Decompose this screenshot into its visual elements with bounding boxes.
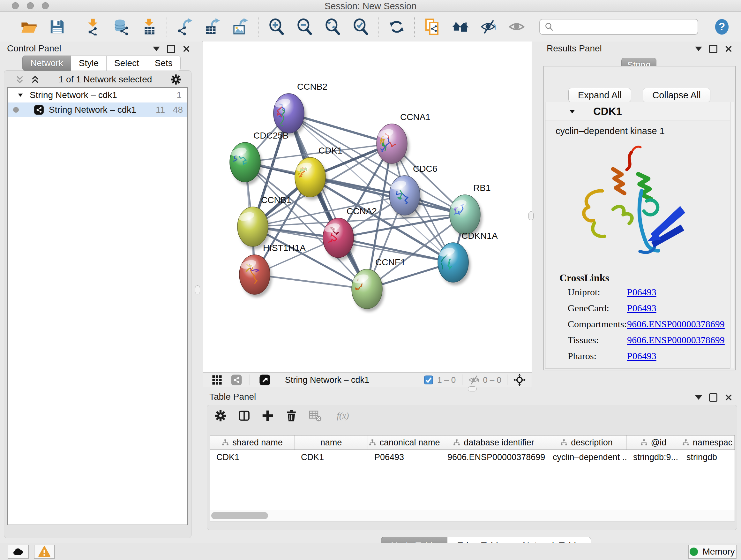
results-scrollbar[interactable]	[730, 102, 734, 368]
table-options-gear-icon[interactable]	[214, 409, 227, 422]
crosslink-link[interactable]: P06493	[627, 351, 657, 361]
zoom-fit-button[interactable]	[324, 17, 342, 36]
crosslink-link[interactable]: 9606.ENSP00000378699	[627, 334, 725, 346]
column-header-databaseidentifier[interactable]: database identifier	[441, 435, 546, 449]
column-header-sharedname[interactable]: shared name	[210, 435, 294, 449]
import-table-button[interactable]	[140, 17, 158, 36]
collection-expander-icon[interactable]	[16, 91, 24, 99]
results-panel-collapse-icon[interactable]	[695, 47, 702, 51]
refresh-network-button[interactable]	[387, 17, 406, 36]
zoom-out-button[interactable]	[295, 17, 314, 36]
export-image-button[interactable]	[232, 17, 250, 36]
cell-databaseidentifier: 9606.ENSP00000378699	[441, 452, 546, 462]
control-panel-close-icon[interactable]	[182, 45, 191, 53]
search-input[interactable]	[557, 20, 697, 34]
scrollbar-thumb[interactable]	[211, 512, 268, 519]
node-label-HIST1H1A: HIST1H1A	[263, 243, 306, 253]
table-row[interactable]: CDK1CDK1P064939606.ENSP00000378699cyclin…	[210, 450, 735, 464]
export-table-icon	[204, 18, 221, 36]
birds-eye-grid-icon[interactable]	[211, 374, 223, 386]
import-network-button[interactable]	[84, 17, 102, 36]
column-header-namespac[interactable]: namespac	[680, 435, 735, 449]
network-options-gear-icon[interactable]	[170, 74, 182, 85]
zoom-selected-button[interactable]	[352, 17, 370, 36]
network-node-CCNA2[interactable]: CCNA2	[323, 206, 377, 260]
node-description: cyclin–dependent kinase 1	[556, 126, 665, 136]
crosshair-icon[interactable]	[513, 374, 526, 386]
crosslink-link[interactable]: P06493	[627, 287, 657, 298]
export-image-icon	[232, 18, 250, 36]
network-node-CCNA1[interactable]: CCNA1	[377, 112, 430, 166]
cloud-status-button[interactable]	[8, 545, 29, 559]
table-panel-collapse-icon[interactable]	[695, 395, 702, 400]
duplicate-network-button[interactable]	[423, 17, 442, 36]
network-node-CCNB2[interactable]: CCNB2	[273, 82, 327, 136]
export-network-button[interactable]	[176, 17, 194, 36]
hide-selected-button[interactable]	[479, 17, 498, 36]
node-label-RB1: RB1	[473, 183, 490, 193]
collapse-all-button[interactable]: Collapse All	[643, 88, 711, 103]
create-column-plus-icon[interactable]	[261, 409, 274, 422]
save-session-button[interactable]	[48, 17, 66, 36]
show-all-button[interactable]	[508, 17, 526, 36]
warnings-button[interactable]	[34, 545, 55, 559]
toolbar-group-3	[259, 17, 379, 36]
tab-select[interactable]: Select	[107, 56, 147, 71]
network-node-CCNB1[interactable]: CCNB1	[238, 195, 291, 249]
string-home-button[interactable]	[451, 17, 470, 36]
expand-all-button[interactable]: Expand All	[568, 88, 631, 103]
zoom-in-button[interactable]	[267, 17, 286, 36]
column-header-name[interactable]: name	[294, 435, 368, 449]
collapse-all-networks-icon[interactable]	[30, 74, 41, 85]
node-details-header[interactable]: CDK1	[545, 102, 731, 120]
crosslink-label: Compartments:	[568, 319, 627, 329]
network-node-HIST1H1A[interactable]: HIST1H1A	[239, 243, 306, 297]
node-table[interactable]: shared namenamecanonical namedatabase id…	[210, 435, 735, 521]
network-canvas[interactable]: CCNB2CCNA1CDC25BCDK1CDC6RB1CCNB1CCNA2CDK…	[203, 42, 532, 372]
selected-checkbox-icon[interactable]	[424, 375, 433, 385]
open-session-button[interactable]	[20, 17, 38, 36]
right-splitter-handle[interactable]	[529, 211, 534, 220]
export-table-button[interactable]	[204, 17, 222, 36]
hidden-eye-slash-icon[interactable]	[468, 374, 480, 386]
network-selection-summary: 1 of 1 Network selected	[41, 74, 170, 84]
show-columns-icon[interactable]	[238, 409, 251, 422]
tab-style[interactable]: Style	[71, 56, 107, 71]
results-panel-close-icon[interactable]	[724, 45, 733, 53]
table-horizontal-scrollbar[interactable]	[210, 510, 735, 521]
network-edge[interactable]	[289, 113, 367, 289]
column-label: shared name	[232, 438, 283, 448]
network-graph[interactable]: CCNB2CCNA1CDC25BCDK1CDC6RB1CCNB1CCNA2CDK…	[203, 42, 532, 372]
function-builder-icon[interactable]	[333, 409, 353, 422]
memory-button[interactable]: Memory	[688, 545, 737, 559]
tab-sets[interactable]: Sets	[147, 56, 181, 71]
column-header-description[interactable]: description	[546, 435, 627, 449]
network-node-CDC6[interactable]: CDC6	[389, 164, 437, 218]
search-box[interactable]	[539, 19, 698, 35]
network-row[interactable]: String Network – cdk1 11 48	[8, 103, 187, 117]
crosslink-link[interactable]: P06493	[627, 303, 657, 314]
network-node-CDKN1A[interactable]: CDKN1A	[438, 231, 498, 285]
table-panel-float-icon[interactable]	[709, 393, 718, 401]
crosslink-link[interactable]: 9606.ENSP00000378699	[627, 319, 725, 329]
delete-table-icon[interactable]	[309, 409, 322, 422]
control-panel-collapse-icon[interactable]	[153, 47, 160, 51]
import-network-from-database-button[interactable]	[112, 17, 130, 36]
bottom-splitter-handle[interactable]	[468, 386, 477, 391]
results-panel-float-icon[interactable]	[709, 45, 718, 53]
column-header-id[interactable]: @id	[627, 435, 680, 449]
open-in-new-icon[interactable]	[259, 374, 271, 386]
control-panel-float-icon[interactable]	[167, 45, 175, 53]
column-header-canonicalname[interactable]: canonical name	[368, 435, 441, 449]
node-details-caret-icon[interactable]	[568, 107, 577, 116]
tab-network[interactable]: Network	[22, 56, 71, 71]
help-button[interactable]	[714, 18, 730, 36]
network-collection-row[interactable]: String Network – cdk1 1	[8, 88, 187, 103]
network-node-RB1[interactable]: RB1	[450, 183, 490, 237]
delete-column-trash-icon[interactable]	[285, 409, 298, 422]
table-panel-close-icon[interactable]	[724, 393, 733, 401]
left-splitter-handle[interactable]	[195, 286, 200, 294]
warning-icon	[38, 545, 51, 558]
network-share-icon[interactable]	[230, 374, 243, 386]
expand-all-networks-icon[interactable]	[14, 74, 25, 85]
